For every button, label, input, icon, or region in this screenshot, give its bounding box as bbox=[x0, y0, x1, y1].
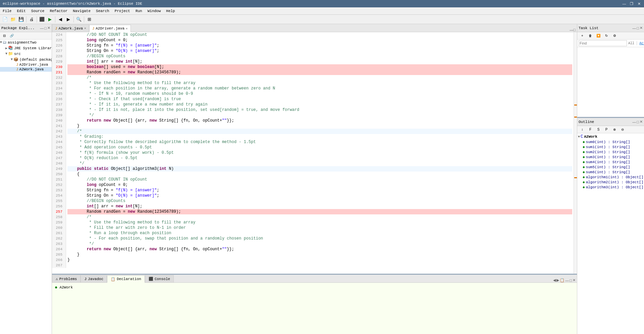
outline-method-sum4[interactable]: ◆ sum4(int) : String[] bbox=[578, 159, 643, 164]
outline-class-expand[interactable]: ▼ bbox=[578, 135, 580, 139]
task-new-btn[interactable]: + bbox=[579, 32, 586, 40]
a2driver-tab-close[interactable]: ✕ bbox=[126, 27, 127, 30]
toolbar-perspective[interactable]: ⊞ bbox=[86, 16, 93, 23]
task-minimize-btn[interactable]: — bbox=[632, 26, 636, 30]
outline-minimize-btn[interactable]: — bbox=[632, 120, 636, 124]
code-line-242: /* bbox=[67, 129, 572, 134]
tree-item-a2work[interactable]: J A2Work.java bbox=[0, 67, 52, 72]
toolbar-back[interactable]: ◀ bbox=[57, 16, 64, 23]
task-find-all[interactable]: All bbox=[628, 42, 634, 45]
tab-declaration[interactable]: 📋 Declaration bbox=[107, 275, 145, 283]
toolbar-print[interactable]: 🖨 bbox=[28, 16, 35, 23]
code-line-254: String On = "O(N) = [answer]"; bbox=[67, 193, 572, 198]
code-editor[interactable]: 224 225 226 227 228 229 230 231 232 233 … bbox=[52, 32, 574, 274]
outline-hide-fields-btn[interactable]: F bbox=[587, 126, 594, 133]
menu-refactor[interactable]: Refactor bbox=[47, 8, 70, 14]
tab-javadoc[interactable]: J Javadoc bbox=[80, 275, 107, 282]
toolbar-forward[interactable]: ▶ bbox=[65, 16, 72, 23]
bottom-maximize-btn[interactable]: □ bbox=[570, 278, 572, 282]
menu-project[interactable]: Project bbox=[112, 8, 133, 14]
tree-item-project[interactable]: ▼ 🗂 assignmentTwo bbox=[0, 40, 52, 45]
menu-run[interactable]: Run bbox=[133, 8, 145, 14]
outline-expand-btn[interactable]: ⊕ bbox=[611, 126, 618, 133]
expand-src[interactable]: ▼ bbox=[5, 52, 7, 56]
outline-method-sum1[interactable]: ◆ sum1(int) : String[] bbox=[578, 144, 643, 149]
maximize-button[interactable]: ❐ bbox=[629, 1, 634, 6]
editor-maximize-btn[interactable]: □ bbox=[573, 28, 576, 32]
a2work-tab-close[interactable]: ✕ bbox=[84, 26, 86, 30]
ln-252: 252 bbox=[52, 182, 64, 188]
pkg-link-editor[interactable]: 🔗 bbox=[8, 32, 15, 40]
outline-method-alg2[interactable]: ◆ algorithm2(int) : Object[] bbox=[578, 180, 643, 185]
tree-item-jre[interactable]: ▶ 📚 JRE System Library [jdk-1... bbox=[0, 45, 52, 51]
code-line-227: String On = "O(N) = [answer]"; bbox=[67, 48, 572, 54]
pkg-collapse-all[interactable]: ⊟ bbox=[1, 32, 8, 40]
outline-method-alg1[interactable]: ◆ algorithm1(int) : Object[] bbox=[578, 175, 643, 180]
outline-hide-nonpub-btn[interactable]: P bbox=[603, 126, 610, 133]
expand-jre[interactable]: ▶ bbox=[5, 46, 7, 50]
expand-default-pkg[interactable]: ▼ bbox=[11, 58, 13, 61]
tab-a2driver[interactable]: J A2Driver.java ✕ bbox=[89, 25, 131, 32]
menu-source[interactable]: Source bbox=[29, 8, 47, 14]
toolbar-search[interactable]: 🔍 bbox=[75, 16, 83, 23]
task-delete-btn[interactable]: 🗑 bbox=[587, 32, 594, 40]
toolbar-save[interactable]: 💾 bbox=[17, 16, 25, 23]
menu-file[interactable]: File bbox=[0, 8, 14, 14]
outline-method-sum3[interactable]: ◆ sum3(int) : String[] bbox=[578, 154, 643, 159]
outline-method-sum2[interactable]: ◆ sum2(int) : String[] bbox=[578, 149, 643, 154]
bottom-panel-controls: ◀ ▶ 📋 — □ ✕ bbox=[174, 278, 577, 282]
close-button[interactable]: ✕ bbox=[637, 1, 641, 6]
minimize-button[interactable]: — bbox=[622, 1, 627, 6]
bottom-close-btn[interactable]: ✕ bbox=[573, 278, 576, 282]
menu-navigate[interactable]: Navigate bbox=[70, 8, 93, 14]
outline-hide-static-btn[interactable]: S bbox=[595, 126, 602, 133]
task-settings-btn[interactable]: ⚙ bbox=[611, 32, 618, 40]
outline-method-sum6[interactable]: ◆ sum6(int) : String[] bbox=[578, 170, 643, 175]
outline-method-sum5[interactable]: ◆ sum5(int) : String[] bbox=[578, 164, 643, 170]
toolbar-new[interactable]: 📄 bbox=[1, 16, 9, 23]
menu-edit[interactable]: Edit bbox=[14, 8, 28, 14]
pkg-minimize-btn[interactable]: — bbox=[40, 26, 44, 30]
bottom-next-btn[interactable]: ▶ bbox=[556, 278, 559, 282]
task-filter-btn[interactable]: 🔽 bbox=[595, 32, 602, 40]
tree-item-default-pkg[interactable]: ▼ 📦 (default package) bbox=[0, 57, 52, 62]
task-refresh-btn[interactable]: ↻ bbox=[603, 32, 610, 40]
ln-248: 248 bbox=[52, 161, 64, 166]
editor-minimize-btn[interactable]: — bbox=[570, 28, 573, 32]
outline-method-sum0[interactable]: ◆ sum0(int) : String[] bbox=[578, 139, 643, 144]
tab-a2work[interactable]: J A2Work.java ✕ bbox=[52, 24, 89, 32]
bottom-prev-btn[interactable]: ◀ bbox=[553, 278, 556, 282]
code-line-237: * - If it is, generate a new number and … bbox=[67, 102, 572, 107]
outline-method-alg3[interactable]: ◆ algorithm3(int) : Object[] bbox=[578, 185, 643, 190]
bottom-copy-btn[interactable]: 📋 bbox=[560, 278, 565, 282]
outline-class-item[interactable]: ▼ C A2Work bbox=[578, 134, 643, 139]
pkg-close-btn[interactable]: ✕ bbox=[47, 26, 50, 30]
menu-search[interactable]: Search bbox=[93, 8, 112, 14]
tab-problems[interactable]: ⚠ Problems bbox=[52, 275, 80, 282]
outline-close-btn[interactable]: ✕ bbox=[640, 120, 643, 124]
bottom-minimize-btn[interactable]: — bbox=[565, 278, 569, 282]
overview-error-3 bbox=[574, 177, 577, 178]
menu-window[interactable]: Window bbox=[145, 8, 164, 14]
tree-item-src[interactable]: ▼ 📁 src bbox=[0, 51, 52, 57]
task-find-input[interactable] bbox=[579, 40, 627, 46]
outline-sort-btn[interactable]: ↕ bbox=[579, 126, 586, 133]
pkg-maximize-btn[interactable]: □ bbox=[44, 26, 47, 30]
task-maximize-btn[interactable]: □ bbox=[637, 26, 639, 30]
toolbar-debug[interactable]: ⬛ bbox=[38, 16, 46, 23]
ln-266: 266 bbox=[52, 257, 64, 263]
task-activate-link[interactable]: Activate... bbox=[639, 42, 644, 45]
outline-maximize-btn[interactable]: □ bbox=[637, 120, 639, 124]
tab-console[interactable]: ⬛ Console bbox=[145, 275, 174, 282]
expand-project[interactable]: ▼ bbox=[0, 41, 2, 44]
task-find-sep: | bbox=[636, 41, 638, 46]
outline-toolbar: ↕ F S P ⊕ ⊖ bbox=[577, 126, 644, 133]
task-close-btn[interactable]: ✕ bbox=[640, 26, 643, 30]
code-lines[interactable]: //DO NOT COUNT IN opCount long opCount =… bbox=[66, 32, 574, 268]
jre-label: JRE System Library [jdk-1... bbox=[14, 46, 52, 50]
tree-item-a2driver[interactable]: J A2Driver.java bbox=[0, 62, 52, 67]
toolbar-run[interactable]: ▶ bbox=[46, 16, 54, 23]
menu-help[interactable]: Help bbox=[163, 8, 177, 14]
toolbar-open[interactable]: 📁 bbox=[9, 16, 17, 23]
outline-collapse-btn[interactable]: ⊖ bbox=[619, 126, 626, 133]
